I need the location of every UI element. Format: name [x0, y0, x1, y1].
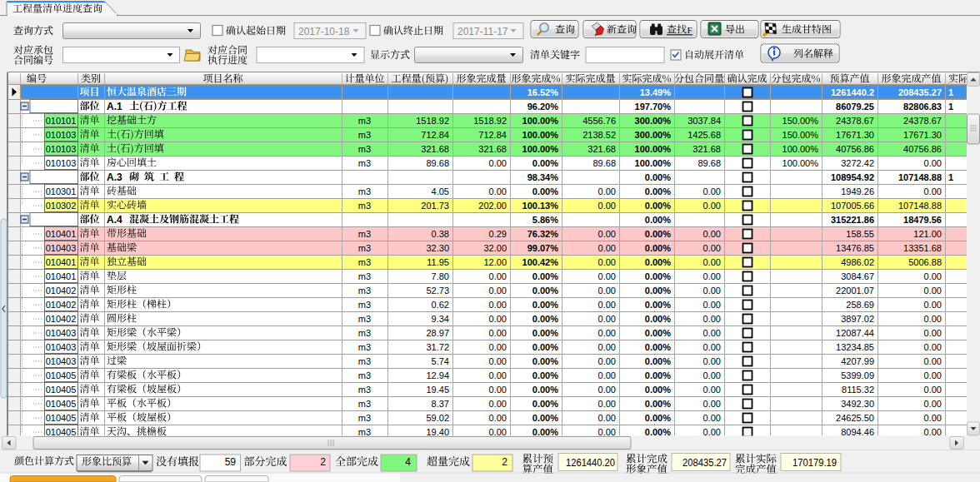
svg-text:5399.09: 5399.09 [841, 370, 874, 380]
svg-text:321.68: 321.68 [421, 144, 449, 154]
svg-text:0.00: 0.00 [598, 300, 616, 310]
svg-text:11.95: 11.95 [427, 257, 449, 267]
svg-text:010402: 010402 [46, 314, 77, 324]
svg-text:0.00: 0.00 [489, 314, 507, 324]
svg-text:010103: 010103 [46, 130, 77, 140]
svg-text:010402: 010402 [46, 286, 77, 296]
svg-text:0.00: 0.00 [924, 399, 942, 409]
svg-text:3272.42: 3272.42 [841, 158, 874, 168]
svg-text:0.00%: 0.00% [532, 286, 558, 296]
svg-text:010401: 010401 [46, 257, 77, 267]
svg-text:0.00%: 0.00% [645, 314, 671, 324]
svg-text:24378.67: 24378.67 [903, 116, 942, 126]
svg-text:108954.92: 108954.92 [831, 172, 874, 182]
svg-text:0.00%: 0.00% [645, 356, 671, 366]
svg-text:32.00: 32.00 [483, 243, 507, 253]
svg-text:5.74: 5.74 [432, 356, 449, 366]
svg-text:4986.02: 4986.02 [841, 257, 874, 267]
svg-text:m3: m3 [358, 158, 371, 168]
svg-text:0.00%: 0.00% [532, 385, 558, 395]
svg-text:99.07%: 99.07% [528, 243, 559, 253]
svg-text:0.00: 0.00 [703, 286, 721, 296]
svg-text:7.80: 7.80 [432, 271, 449, 281]
svg-text:m3: m3 [358, 356, 371, 366]
svg-text:100.00%: 100.00% [782, 158, 819, 168]
svg-text:59.02: 59.02 [426, 413, 449, 423]
svg-text:m3: m3 [358, 399, 371, 409]
svg-text:258.69: 258.69 [846, 300, 874, 310]
svg-text:107148.88: 107148.88 [898, 201, 942, 211]
svg-text:0.00: 0.00 [598, 328, 616, 338]
svg-text:24625.50: 24625.50 [836, 413, 874, 423]
svg-text:197.70%: 197.70% [635, 102, 672, 112]
svg-text:0.00: 0.00 [703, 356, 721, 366]
svg-text:010403: 010403 [46, 356, 77, 366]
svg-text:010405: 010405 [46, 399, 77, 409]
svg-text:0.00: 0.00 [703, 427, 721, 437]
svg-text:321.68: 321.68 [588, 144, 616, 154]
svg-text:0.00%: 0.00% [645, 271, 671, 281]
svg-text:86079.25: 86079.25 [836, 102, 874, 112]
svg-text:13476.85: 13476.85 [836, 243, 874, 253]
svg-text:321.68: 321.68 [478, 144, 507, 154]
svg-text:76.32%: 76.32% [528, 229, 559, 239]
svg-text:22001.07: 22001.07 [836, 286, 874, 296]
svg-text:2138.52: 2138.52 [582, 130, 616, 140]
svg-text:315221.86: 315221.86 [831, 215, 874, 225]
svg-text:0.00: 0.00 [598, 286, 616, 296]
svg-text:0.00: 0.00 [924, 427, 942, 437]
svg-text:89.68: 89.68 [426, 158, 449, 168]
svg-text:0.00%: 0.00% [532, 399, 558, 409]
svg-text:0.00: 0.00 [924, 385, 942, 395]
svg-text:F: F [688, 25, 692, 35]
svg-text:m3: m3 [358, 229, 371, 239]
svg-text:010403: 010403 [46, 328, 77, 338]
svg-text:010401: 010401 [46, 271, 77, 281]
svg-text:0.00: 0.00 [924, 300, 942, 310]
svg-text:010405: 010405 [46, 385, 77, 395]
svg-text:0.00%: 0.00% [532, 413, 558, 423]
svg-text:18479.56: 18479.56 [903, 215, 942, 225]
svg-text:0.00%: 0.00% [645, 342, 671, 352]
svg-text:82806.83: 82806.83 [903, 102, 942, 112]
svg-text:0.00%: 0.00% [532, 314, 558, 324]
svg-text:0.00: 0.00 [703, 370, 721, 380]
svg-text:3084.67: 3084.67 [841, 271, 874, 281]
svg-text:A.1: A.1 [107, 101, 122, 112]
svg-text:0.00%: 0.00% [532, 158, 558, 168]
svg-text:0.00: 0.00 [598, 342, 616, 352]
svg-text:010403: 010403 [46, 243, 77, 253]
svg-text:m3: m3 [358, 370, 371, 380]
svg-text:150.00%: 150.00% [782, 116, 819, 126]
svg-text:0.00: 0.00 [489, 399, 507, 409]
svg-text:m3: m3 [358, 257, 371, 267]
svg-text:0.00%: 0.00% [532, 186, 558, 196]
svg-text:40756.86: 40756.86 [903, 144, 942, 154]
svg-text:0.00: 0.00 [598, 271, 616, 281]
svg-text:0.00: 0.00 [703, 186, 721, 196]
svg-text:0.00%: 0.00% [645, 257, 671, 267]
svg-text:0.00%: 0.00% [645, 243, 671, 253]
svg-text:010405: 010405 [46, 370, 77, 380]
svg-text:100.00%: 100.00% [522, 116, 559, 126]
svg-text:300.00%: 300.00% [635, 116, 672, 126]
svg-text:13234.85: 13234.85 [836, 342, 874, 352]
svg-text:0.00: 0.00 [598, 186, 616, 196]
svg-text:4: 4 [405, 456, 411, 468]
svg-text:96.20%: 96.20% [528, 102, 559, 112]
svg-text:52.73: 52.73 [426, 286, 449, 296]
svg-text:0.00: 0.00 [924, 158, 942, 168]
svg-text:4207.99: 4207.99 [841, 356, 874, 366]
svg-text:202.00: 202.00 [478, 201, 507, 211]
svg-text:208435.27: 208435.27 [898, 87, 942, 97]
svg-text:m3: m3 [358, 130, 371, 140]
svg-text:0.00%: 0.00% [645, 172, 671, 182]
svg-text:0.00: 0.00 [703, 257, 721, 267]
svg-text:A.3: A.3 [107, 171, 122, 183]
svg-text:1: 1 [948, 87, 953, 97]
svg-text:3492.30: 3492.30 [841, 399, 874, 409]
svg-text:8.37: 8.37 [432, 399, 449, 409]
svg-text:4.05: 4.05 [432, 186, 449, 196]
svg-text:0.00: 0.00 [598, 201, 616, 211]
svg-text:0.00: 0.00 [489, 370, 507, 380]
